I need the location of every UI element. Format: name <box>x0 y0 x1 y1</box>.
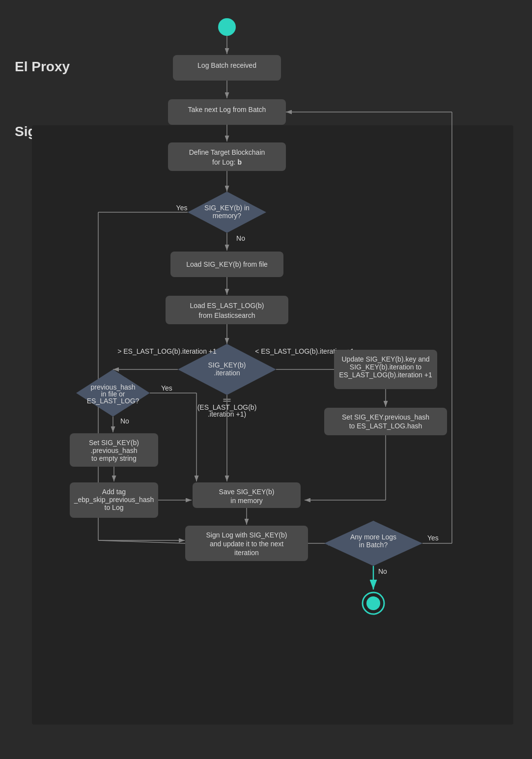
set-sig-key-prev-hash-text1: Set SIG_KEY.previous_hash <box>342 413 429 421</box>
define-target-text: Define Target Blockchain <box>189 148 265 156</box>
no-label-any-more: No <box>378 567 387 575</box>
sign-log-text1: Sign Log with SIG_KEY(b) <box>206 531 287 539</box>
take-next-log-text: Take next Log from Batch <box>188 106 266 113</box>
sig-key-memory-text1: SIG_KEY(b) in <box>204 204 250 212</box>
load-es-last-log-text2: from Elasticsearch <box>198 311 255 319</box>
flowchart-svg: Log Batch received Take next Log from Ba… <box>0 0 532 759</box>
set-prev-hash-empty-text3: to empty string <box>91 454 137 462</box>
define-target-sub-text: for Log: b <box>212 158 242 166</box>
update-sig-key-text1: Update SIG_KEY(b).key and <box>342 355 430 363</box>
load-sig-key-text: Load SIG_KEY(b) from file <box>186 260 268 268</box>
any-more-logs-text1: Any more Logs <box>350 533 396 541</box>
define-target-node <box>168 142 286 171</box>
page-container: El Proxy Sign Log Log Batch received <box>0 0 532 759</box>
any-more-logs-text2: in Batch? <box>359 541 388 549</box>
set-prev-hash-empty-text1: Set SIG_KEY(b) <box>89 439 139 447</box>
no-label-prevhash: No <box>120 417 129 425</box>
prev-hash-text3: ES_LAST_LOG? <box>87 397 140 405</box>
no-label-memory: No <box>236 234 245 242</box>
log-batch-received-text: Log Batch received <box>197 61 256 69</box>
set-sig-key-prev-hash-text2: to ES_LAST_LOG.hash <box>349 422 422 430</box>
load-es-last-log-node <box>166 296 288 324</box>
svg-line-30 <box>98 540 185 543</box>
set-prev-hash-empty-text2: .previous_hash <box>91 447 138 454</box>
add-tag-text3: to Log <box>105 504 124 511</box>
sig-key-iter-text1: SIG_KEY(b) <box>208 361 246 369</box>
update-sig-key-text3: ES_LAST_LOG(b).iteration +1 <box>339 371 432 379</box>
start-node <box>218 18 236 36</box>
greater-than-label: > ES_LAST_LOG(b).iteration +1 <box>117 347 217 355</box>
save-sig-key-text2: in memory <box>230 497 262 505</box>
add-tag-text1: Add tag <box>102 488 126 496</box>
yes-label-memory: Yes <box>176 204 188 212</box>
sign-log-text2: and update it to the next <box>210 540 283 548</box>
end-inner-circle <box>366 596 380 610</box>
load-es-last-log-text1: Load ES_LAST_LOG(b) <box>190 302 264 309</box>
add-tag-text2: _ebp_skip_previous_hash <box>74 496 154 504</box>
save-sig-key-text1: Save SIG_KEY(b) <box>219 488 275 496</box>
update-sig-key-text2: SIG_KEY(b).iteration to <box>350 363 422 371</box>
yes-label-any-more: Yes <box>427 534 439 542</box>
sig-key-memory-text2: memory? <box>213 212 242 220</box>
yes-label-prevhash: Yes <box>161 384 172 392</box>
sign-log-text3: iteration <box>234 549 259 557</box>
set-sig-key-prev-hash-node <box>324 408 447 435</box>
sig-key-iter-text2: .iteration <box>214 369 240 377</box>
